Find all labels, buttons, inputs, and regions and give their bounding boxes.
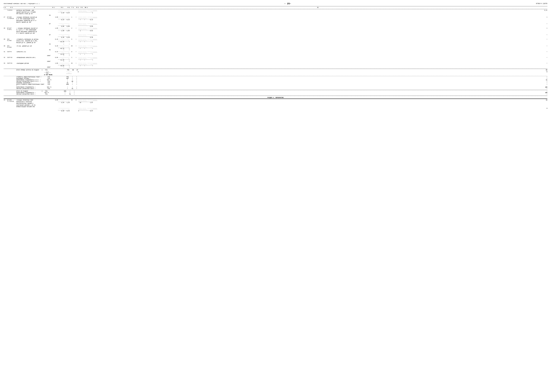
entry-desc: •УКЛАДКА ПРОЛЕТНЫХ ПЛИТПЕРЕКРЫТИЯ И ПОКР…: [16, 99, 46, 108]
entry-v5: •: [74, 17, 78, 18]
entry-v1: 8,00: [52, 99, 58, 101]
header-right: 9700/4 11070: [536, 3, 547, 5]
entry-code: Е7=238Т/7=13=10: [7, 99, 16, 102]
entry-v5: •: [74, 51, 78, 52]
entry-v7: ---------- •: [83, 17, 87, 21]
entry-code: Е7=127Т7=9=1: [7, 28, 16, 30]
entry-desc: •СТОИМОСТЬ ПЕРЕМЫЧЕК ИЗ БЕТОНАКЛАССА В15…: [16, 39, 46, 44]
entry-v10: •: [97, 51, 547, 52]
entry-num: 30: [4, 45, 7, 47]
entry-desc: •ТО ЖЕ, ДЛИНОЙ ДО 12М: [16, 45, 46, 47]
entry-v8: ---------- 1,67: [87, 99, 93, 103]
entry-v4: 2: [70, 28, 74, 29]
entry-v3: --------- 1,23: [64, 99, 70, 103]
entry-desc: КИРПИЧ4А ВНУТРЕННИЕ, ДЛЯЗДАНИЙ ВЫСОТОЙ Д…: [16, 10, 46, 15]
entry-desc: •ПРОВОЛОЧНАЯ АРМАТУРА ВР=1: [16, 57, 46, 59]
entry-v8: ---------- 0,81: [87, 28, 93, 32]
entry-29: 29 ССUП.9=92 •СТОИМОСТЬ ПЕРЕМЫЧЕК ИЗ БЕТ…: [4, 39, 547, 45]
entry-v1: 0,33: [52, 51, 58, 52]
entry-v6: ---------- •: [78, 17, 83, 21]
entry-unit-label: М3: [16, 15, 52, 16]
entry-v9: -----: [93, 28, 97, 29]
entry-v8: ---------- •: [87, 51, 93, 55]
entry-v4: 26: [70, 45, 74, 47]
entry-code: Е7=445Т.Р=38=10: [7, 17, 16, 19]
col-h8: 8 1: [75, 7, 80, 8]
entry-v8: ---------- •: [87, 63, 93, 67]
entry-desc: •ЗАКЛАДНЫЕ ДЕТАЛИ: [16, 63, 46, 64]
entry-v1: 4,00: [52, 17, 58, 18]
col-h3: 3: [18, 7, 50, 8]
entry-v6: ---------- 1: [78, 28, 83, 32]
entry-32: 32 С167=16 •ПРОВОЛОЧНАЯ АРМАТУРА ВР=1 0,…: [4, 57, 547, 62]
entry-v5: •: [74, 57, 78, 58]
entry-v7: ---------- •: [83, 51, 87, 55]
header-left: ПРОГРАММНЫЙ КОМПЛЕКС АВС+ЗЕС ( РЕДАКЦИЯ …: [4, 3, 40, 4]
entry-v9: -----: [93, 45, 97, 47]
entry-v3: --------- 1,04: [64, 28, 70, 32]
entry-v8: ---------- 1: [87, 10, 93, 14]
entry-v3: --------- 0,15: [64, 17, 70, 21]
col-h1: 1 1: [4, 7, 10, 8]
header-center: - 25-: [284, 2, 291, 5]
entry-28: 28 Е7=127Т7=9=1 • УКЛАДКА ПЕРЕМЫЧЕК МАСС…: [4, 28, 547, 38]
entry-v10: •: [97, 57, 547, 58]
entry-v1: 1,06: [52, 63, 58, 64]
entry-v4: 2: [70, 57, 74, 58]
entry-v7: ---------- •: [83, 45, 87, 49]
entry-v10: •: [97, 45, 547, 47]
entry-code: С167=8: [7, 51, 16, 52]
entry-v8: ---------- 0,13: [87, 17, 93, 21]
totals-row: ИТОГО ПРЯМЫЕ ЗАТРАТЫ ПО РАЗДЕЛУ 3 РУБ. 7…: [4, 69, 547, 71]
entry-v2: ---------- 65,70: [58, 45, 64, 49]
entry-v10: 1: [97, 17, 547, 18]
entry-v3: --------- •: [64, 57, 70, 61]
header: ПРОГРАММНЫЙ КОМПЛЕКС АВС+ЗЕС ( РЕДАКЦИЯ …: [4, 2, 547, 5]
entry-v9: -----: [93, 51, 97, 52]
entry-v7: ---------- •: [83, 63, 87, 67]
col-h7: 7 1: [70, 7, 75, 8]
column-headers: 1 1 2 1 3 4 1 5 1 6 1 7 1 8 1 9 1 10 1 1…: [4, 7, 547, 8]
entry-v2: ---------- 64,40: [58, 39, 64, 42]
entry-v5: •: [74, 39, 78, 40]
entry-v8: ---------- •: [87, 39, 93, 42]
entry-v10: •: [97, 39, 547, 40]
entry-v4: 8: [70, 51, 74, 52]
entry-v4: 43: [70, 63, 74, 64]
entry-v9: -----: [93, 10, 97, 11]
entry-v1: 0,10: [52, 39, 58, 40]
col-h4: 4 1: [50, 7, 56, 8]
entry-tb56: Т.В=5=6 КИРПИЧ4А ВНУТРЕННИЕ, ДЛЯЗДАНИЙ В…: [4, 10, 547, 16]
entry-34: 34 Е7=238Т/7=13=10 •УКЛАДКА ПРОЛЕТНЫХ ПЛ…: [4, 99, 547, 112]
col-h9: 9 1: [80, 7, 84, 8]
entry-v5: •: [74, 28, 78, 29]
entry-v2: ---------- 31,40: [58, 57, 64, 61]
entry-v5: •: [74, 63, 78, 64]
entry-v10: 1: [97, 28, 547, 29]
entry-v3: --------- •: [64, 51, 70, 55]
entry-v10: 0,31: [97, 10, 547, 11]
section-totals: ИТОГО ПО РАЗДЕЛУ 3 РУБ. 970 • • • НОРМАТ…: [4, 91, 547, 95]
entry-v1: 0,39: [52, 45, 58, 47]
entry-v6: ---------- •: [78, 39, 83, 42]
col-h10: 10 1: [84, 7, 88, 8]
entry-v8: ---------- •: [87, 57, 93, 61]
entry-num: 28: [4, 28, 7, 29]
entry-27: 27 Е7=445Т.Р=38=10 •УКЛАДКА ПЕРЕМЫЧЕК МА…: [4, 17, 547, 27]
entry-v3: --------- •: [64, 63, 70, 67]
entry-code: С167=24: [7, 63, 16, 64]
entry-v2: ---------- 1,50: [58, 28, 64, 32]
col-h2: 2 1: [10, 7, 18, 8]
entry-v8: ---------- •: [87, 45, 93, 49]
entry-v2: ---------- 0,23: [58, 17, 64, 21]
entry-v9: -----: [93, 57, 97, 58]
entry-code: С167=16: [7, 57, 16, 58]
entry-num: 29: [4, 39, 7, 40]
entry-v7: ---------- •: [83, 57, 87, 61]
entry-31: 31 С167=8 •АРМАТУРА А=3 0,33 ---------- …: [4, 51, 547, 56]
entry-v4: 1: [70, 17, 74, 18]
entry-v9: -----: [93, 99, 97, 101]
entry-v2: ---------- 2,10: [58, 10, 64, 14]
entry-v1: 1,00: [52, 28, 58, 29]
entry-code: ССUП.9=93: [7, 45, 16, 48]
